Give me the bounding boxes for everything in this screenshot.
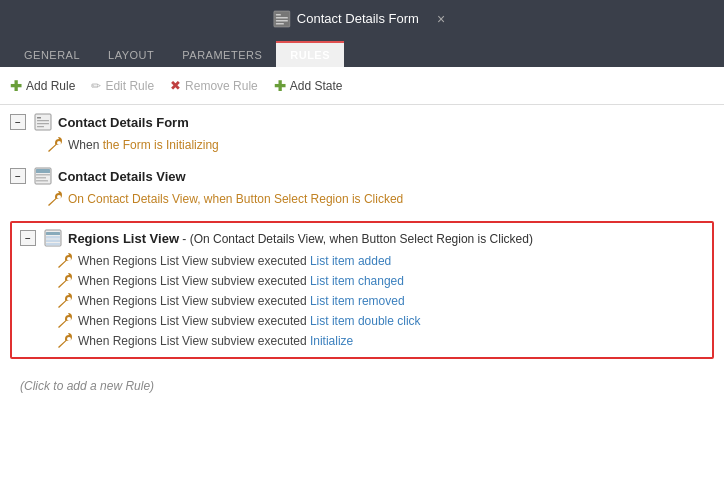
plus-state-icon: ✚ — [274, 78, 286, 94]
wrench-icon — [56, 253, 72, 269]
rule-item[interactable]: When Regions List View subview executed … — [20, 291, 704, 311]
group-form-header: − Contact Details Form — [10, 113, 714, 131]
collapse-regions-button[interactable]: − — [20, 230, 36, 246]
svg-rect-9 — [37, 126, 44, 127]
svg-rect-3 — [276, 20, 288, 22]
window-title: Contact Details Form — [297, 11, 419, 26]
svg-rect-17 — [46, 236, 60, 239]
svg-rect-16 — [46, 232, 60, 235]
wrench-icon — [46, 137, 62, 153]
svg-rect-4 — [276, 23, 284, 25]
wrench-icon — [56, 313, 72, 329]
svg-rect-11 — [36, 169, 50, 173]
svg-rect-6 — [37, 117, 41, 119]
svg-rect-13 — [36, 177, 46, 179]
plus-icon: ✚ — [10, 78, 22, 94]
add-rule-label: Add Rule — [26, 79, 75, 93]
add-rule-button[interactable]: ✚ Add Rule — [10, 78, 75, 94]
svg-rect-19 — [46, 243, 60, 246]
group-regions-title: Regions List View - (On Contact Details … — [68, 231, 533, 246]
svg-rect-1 — [276, 14, 281, 16]
wrench-icon — [46, 191, 62, 207]
window-title-area: Contact Details Form × — [273, 9, 451, 29]
svg-rect-5 — [35, 114, 51, 130]
group-view-title: Contact Details View — [58, 169, 186, 184]
add-state-label: Add State — [290, 79, 343, 93]
svg-rect-7 — [37, 120, 49, 121]
group-form-title: Contact Details Form — [58, 115, 189, 130]
svg-rect-18 — [46, 240, 60, 243]
list-group-icon — [44, 229, 62, 247]
collapse-view-button[interactable]: − — [10, 168, 26, 184]
svg-rect-0 — [274, 11, 290, 27]
collapse-form-button[interactable]: − — [10, 114, 26, 130]
wrench-icon — [56, 333, 72, 349]
rule-item[interactable]: On Contact Details View, when Button Sel… — [10, 189, 714, 209]
close-button[interactable]: × — [431, 9, 451, 29]
rule-item[interactable]: When Regions List View subview executed … — [20, 331, 704, 351]
rule-text: When Regions List View subview executed … — [78, 314, 421, 328]
remove-rule-button[interactable]: ✖ Remove Rule — [170, 78, 258, 93]
add-state-button[interactable]: ✚ Add State — [274, 78, 343, 94]
rules-content: − Contact Details Form When the Form is … — [0, 105, 724, 501]
wrench-icon — [56, 273, 72, 289]
tab-parameters[interactable]: PARAMETERS — [168, 43, 276, 67]
wrench-icon — [56, 293, 72, 309]
view-group-icon — [34, 167, 52, 185]
rule-text: When Regions List View subview executed … — [78, 274, 404, 288]
rule-text: On Contact Details View, when Button Sel… — [68, 192, 403, 206]
rule-group-regions: − Regions List View - (On Contact Detail… — [10, 221, 714, 359]
footer-hint[interactable]: (Click to add a new Rule) — [10, 371, 714, 401]
remove-rule-label: Remove Rule — [185, 79, 258, 93]
rule-text: When the Form is Initializing — [68, 138, 219, 152]
form-icon — [273, 10, 291, 28]
edit-icon: ✏ — [91, 79, 101, 93]
svg-rect-14 — [36, 180, 48, 182]
edit-rule-button[interactable]: ✏ Edit Rule — [91, 79, 154, 93]
rule-group-form: − Contact Details Form When the Form is … — [10, 113, 714, 155]
edit-rule-label: Edit Rule — [105, 79, 154, 93]
rule-text: When Regions List View subview executed … — [78, 334, 353, 348]
rules-toolbar: ✚ Add Rule ✏ Edit Rule ✖ Remove Rule ✚ A… — [0, 67, 724, 105]
tab-general[interactable]: GENERAL — [10, 43, 94, 67]
rule-item[interactable]: When Regions List View subview executed … — [20, 271, 704, 291]
form-group-icon — [34, 113, 52, 131]
svg-rect-8 — [37, 123, 49, 124]
rule-item[interactable]: When Regions List View subview executed … — [20, 251, 704, 271]
rule-text: When Regions List View subview executed … — [78, 294, 405, 308]
app-header: Contact Details Form × — [0, 0, 724, 37]
rule-group-view: − Contact Details View On Contact Detail… — [10, 167, 714, 209]
rule-item[interactable]: When Regions List View subview executed … — [20, 311, 704, 331]
remove-icon: ✖ — [170, 78, 181, 93]
tab-bar: GENERAL LAYOUT PARAMETERS RULES — [0, 37, 724, 67]
tab-layout[interactable]: LAYOUT — [94, 43, 168, 67]
group-view-header: − Contact Details View — [10, 167, 714, 185]
svg-rect-2 — [276, 17, 288, 19]
rule-item[interactable]: When the Form is Initializing — [10, 135, 714, 155]
tab-rules[interactable]: RULES — [276, 41, 344, 67]
rule-text: When Regions List View subview executed … — [78, 254, 391, 268]
group-regions-header: − Regions List View - (On Contact Detail… — [20, 229, 704, 247]
svg-rect-12 — [36, 174, 50, 176]
